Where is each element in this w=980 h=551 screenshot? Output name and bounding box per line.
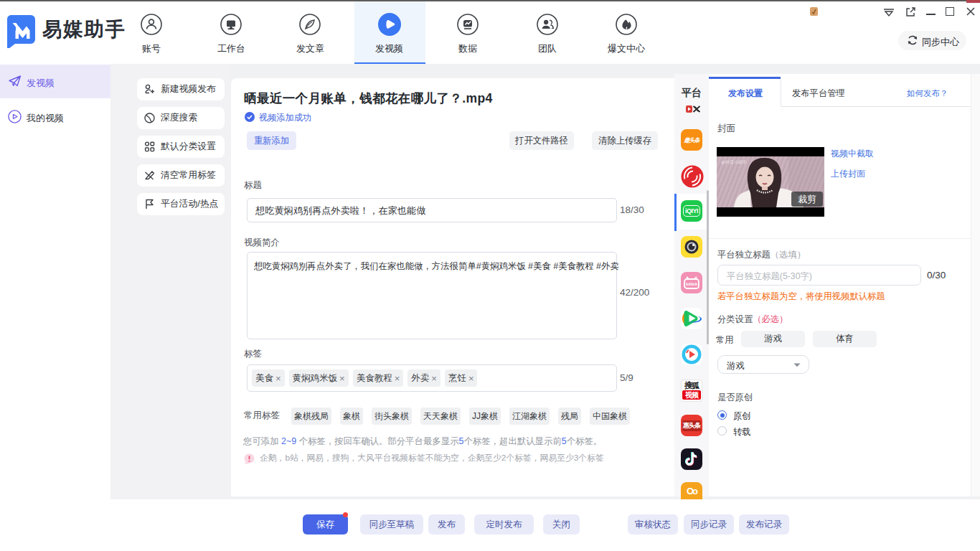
svg-text:bilibili: bilibili — [686, 282, 697, 286]
